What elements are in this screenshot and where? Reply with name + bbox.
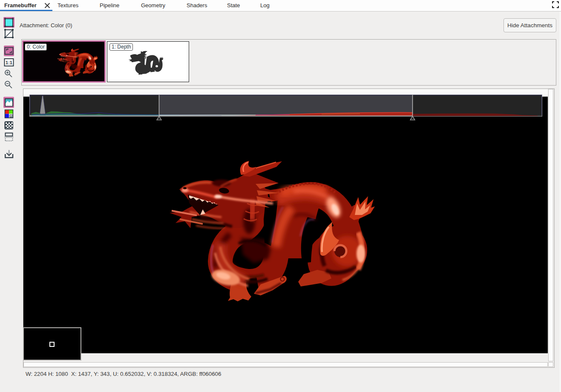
- svg-text:1:1: 1:1: [6, 60, 12, 65]
- svg-text:A: A: [10, 115, 12, 117]
